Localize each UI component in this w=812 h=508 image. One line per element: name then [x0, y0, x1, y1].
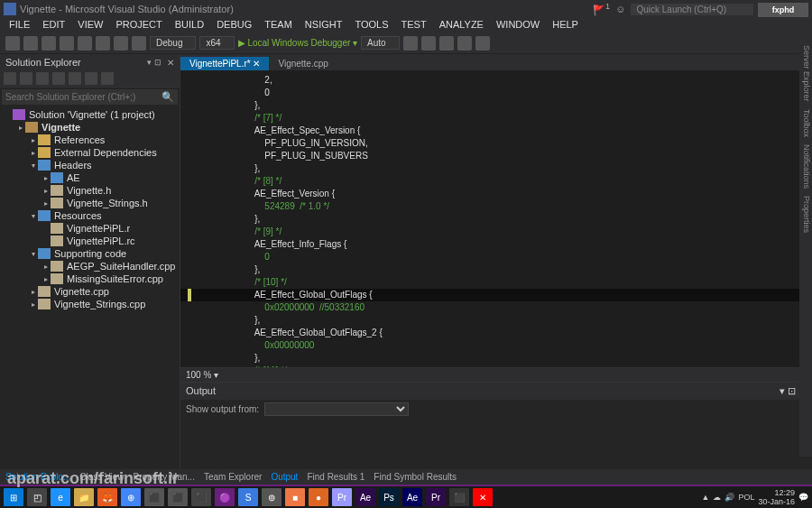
taskbar-app-icon[interactable]: Ae [402, 488, 422, 506]
tray-icon[interactable]: ☁ [713, 493, 721, 502]
tree-item[interactable]: ▾Supporting code [0, 247, 180, 260]
right-panel-tab[interactable]: Toolbox [802, 109, 811, 137]
platform-select[interactable]: x64 [199, 36, 234, 50]
taskbar-app-icon[interactable]: ⬛ [449, 488, 469, 506]
bottom-tab[interactable]: Find Results 1 [307, 472, 364, 482]
tree-item[interactable]: ▸Vignette_Strings.cpp [0, 298, 180, 310]
tray-notif-icon[interactable]: 💬 [798, 493, 808, 502]
quick-launch-input[interactable]: Quick Launch (Ctrl+Q) [631, 4, 753, 15]
save-icon[interactable] [78, 36, 92, 51]
taskbar-app-icon[interactable]: ■ [285, 488, 305, 506]
taskbar-app-icon[interactable]: Pr [332, 488, 352, 506]
undo-icon[interactable] [114, 36, 128, 51]
menu-project[interactable]: PROJECT [110, 18, 167, 32]
tray-icon[interactable]: ▲ [702, 493, 710, 502]
taskbar-app-icon[interactable]: ✕ [473, 488, 493, 506]
tree-item[interactable]: ▸Vignette.h [0, 184, 180, 197]
taskbar-app-icon[interactable]: ⊚ [262, 488, 281, 506]
taskbar-app-icon[interactable]: 🟣 [215, 488, 235, 506]
tree-item[interactable]: ▸External Dependencies [0, 146, 180, 159]
redo-icon[interactable] [132, 36, 146, 51]
bottom-tab[interactable]: Find Symbol Results [374, 472, 457, 482]
taskbar-app-icon[interactable]: Ae [355, 488, 375, 506]
tree-item[interactable]: ▸MissingSuiteError.cpp [0, 272, 180, 285]
tray-icon[interactable]: 🔊 [724, 493, 734, 502]
right-panel-tab[interactable]: Properties [802, 196, 811, 233]
toolbar-btn[interactable] [439, 36, 454, 51]
output-body[interactable] [180, 419, 812, 469]
taskbar-app-icon[interactable]: 🦊 [97, 488, 117, 506]
taskbar-app-icon[interactable]: ⬛ [168, 488, 188, 506]
config-select[interactable]: Debug [150, 36, 196, 50]
properties-icon[interactable] [85, 72, 97, 85]
panel-close-icon[interactable]: ✕ [167, 58, 174, 68]
menu-edit[interactable]: EDIT [37, 18, 70, 32]
code-editor[interactable]: 2, 0 }, /* [7] */ AE_Effect_Spec_Version… [180, 70, 812, 367]
notif-flag-icon[interactable]: 🚩1 [593, 2, 610, 16]
taskbar-app-icon[interactable]: ⊕ [121, 488, 141, 506]
taskbar-app-icon[interactable]: ⊞ [4, 488, 23, 506]
zoom-level[interactable]: 100 % [186, 370, 211, 380]
tree-item[interactable]: VignettePiPL.rc [0, 235, 180, 247]
tree-item[interactable]: ▸References [0, 134, 180, 146]
menu-analyze[interactable]: ANALYZE [434, 18, 489, 32]
start-debug-button[interactable]: ▶ Local Windows Debugger ▾ [238, 38, 358, 48]
open-icon[interactable] [60, 36, 74, 51]
taskbar-app-icon[interactable]: Ps [379, 488, 399, 506]
home-icon[interactable] [4, 72, 16, 85]
taskbar-app-icon[interactable]: ◰ [27, 488, 47, 506]
menu-view[interactable]: VIEW [72, 18, 108, 32]
tab-vignette-cpp[interactable]: Vignette.cpp [269, 57, 337, 70]
save-all-icon[interactable] [96, 36, 110, 51]
showall-icon[interactable] [69, 72, 81, 85]
taskbar-app-icon[interactable]: S [238, 488, 258, 506]
tree-item[interactable]: ▸Vignette [0, 121, 180, 134]
preview-icon[interactable] [101, 72, 114, 85]
tab-close-icon[interactable]: ✕ [253, 59, 260, 69]
tree-item[interactable]: VignettePiPL.r [0, 222, 180, 235]
pin-icon[interactable]: ▾ ⊡ [147, 58, 161, 67]
tree-item[interactable]: ▾Resources [0, 209, 180, 222]
toolbar-btn[interactable] [475, 36, 490, 51]
refresh-icon[interactable] [20, 72, 32, 85]
toolbar-btn[interactable] [421, 36, 436, 51]
taskbar-app-icon[interactable]: ⬛ [191, 488, 211, 506]
menu-window[interactable]: WINDOW [491, 18, 545, 32]
search-icon[interactable]: 🔍 [161, 91, 174, 103]
bottom-tab[interactable]: Team Explorer [204, 472, 262, 482]
tree-item[interactable]: ▸Vignette.cpp [0, 285, 180, 298]
menu-debug[interactable]: DEBUG [211, 18, 257, 32]
collapse-icon[interactable] [52, 72, 65, 85]
tray-lang[interactable]: POL [738, 493, 754, 502]
menu-tools[interactable]: TOOLS [349, 18, 393, 32]
taskbar-app-icon[interactable]: 📁 [74, 488, 94, 506]
toolbar-btn[interactable] [403, 36, 418, 51]
taskbar-app-icon[interactable]: e [51, 488, 70, 506]
right-panel-tab[interactable]: Notifications [802, 144, 811, 189]
tree-item[interactable]: ▸AE [0, 171, 180, 184]
menu-help[interactable]: HELP [547, 18, 584, 32]
new-file-icon[interactable] [42, 36, 56, 51]
sync-icon[interactable] [36, 72, 49, 85]
taskbar-app-icon[interactable]: Pr [426, 488, 446, 506]
bottom-tab[interactable]: Output [271, 472, 298, 482]
menu-nsight[interactable]: NSIGHT [300, 18, 348, 32]
taskbar-app-icon[interactable]: ● [309, 488, 328, 506]
nav-fwd-icon[interactable] [23, 36, 38, 51]
tree-item[interactable]: ▾Headers [0, 159, 180, 171]
tree-item[interactable]: ▸AEGP_SuiteHandler.cpp [0, 260, 180, 272]
output-source-select[interactable] [264, 402, 409, 416]
nav-back-icon[interactable] [5, 36, 20, 51]
menu-file[interactable]: FILE [4, 18, 35, 32]
menu-build[interactable]: BUILD [170, 18, 209, 32]
right-panel-tab[interactable]: Server Explorer [802, 45, 811, 102]
tree-item[interactable]: Solution 'Vignette' (1 project) [0, 108, 180, 121]
menu-test[interactable]: TEST [396, 18, 432, 32]
tab-active[interactable]: VignettePiPL.r* ✕ [180, 57, 269, 70]
menu-team[interactable]: TEAM [259, 18, 298, 32]
tree-item[interactable]: ▸Vignette_Strings.h [0, 197, 180, 209]
taskbar-app-icon[interactable]: ⬛ [144, 488, 164, 506]
auto-select[interactable]: Auto [361, 36, 400, 50]
tray-clock[interactable]: 12:2930-Jan-16 [758, 488, 795, 506]
feedback-icon[interactable]: ☺ [615, 4, 625, 14]
